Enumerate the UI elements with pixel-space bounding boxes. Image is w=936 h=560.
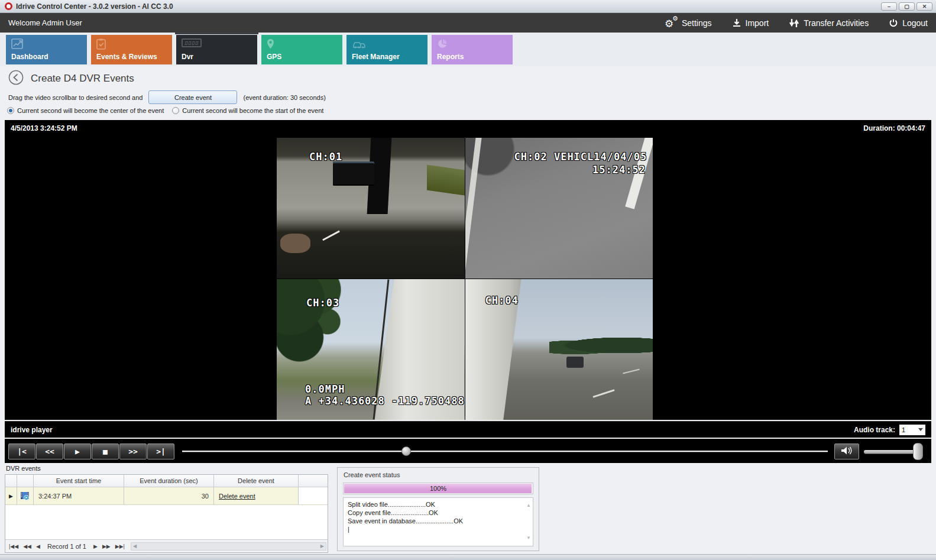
dvr-events-table: Event start time Event duration (sec) De… xyxy=(5,474,328,553)
event-duration-cell: 30 xyxy=(124,487,214,504)
transfer-label: Transfer Activities xyxy=(804,18,869,28)
tab-reports-label: Reports xyxy=(437,53,464,61)
tab-gps-label: GPS xyxy=(267,53,281,61)
header-event-start-time[interactable]: Event start time xyxy=(34,475,124,487)
skip-start-button[interactable]: |< xyxy=(8,444,35,459)
close-button[interactable]: ✕ xyxy=(916,2,932,11)
transfer-activities-button[interactable]: Transfer Activities xyxy=(789,18,869,28)
log-scroll-down-icon[interactable]: ▼ xyxy=(526,534,531,542)
settings-button[interactable]: ⚙ ⚙ Settings xyxy=(665,17,712,29)
import-icon xyxy=(732,18,741,28)
tab-fleet-manager[interactable]: Fleet Manager xyxy=(346,35,427,64)
log-scroll-up-icon[interactable]: ▲ xyxy=(526,501,531,510)
import-label: Import xyxy=(746,18,769,28)
header-event-duration[interactable]: Event duration (sec) xyxy=(124,475,214,487)
header-icon-col xyxy=(17,475,34,487)
video-info-bar: 4/5/2013 3:24:52 PM Duration: 00:04:47 xyxy=(5,120,931,137)
power-icon xyxy=(889,18,898,28)
rewind-button[interactable]: << xyxy=(36,444,63,459)
speaker-button[interactable] xyxy=(834,444,859,459)
location-pin-icon xyxy=(267,38,337,50)
tab-dvr[interactable]: Dvr xyxy=(176,35,257,64)
volume-slider[interactable] xyxy=(864,444,923,459)
radio-group: Current second will become the center of… xyxy=(7,107,323,114)
status-panel-title: Create event status xyxy=(338,468,539,478)
chevron-down-icon xyxy=(918,428,923,431)
playback-controls-bar: |< << ▶ ■ >> >| xyxy=(5,438,931,463)
event-start-time-cell: 3:24:37 PM xyxy=(34,487,124,504)
clipboard-check-icon xyxy=(96,38,167,50)
window-bottom-border xyxy=(0,554,936,560)
tab-dashboard-label: Dashboard xyxy=(11,53,48,61)
video-datetime: 4/5/2013 3:24:52 PM xyxy=(11,124,77,132)
tab-dvr-label: Dvr xyxy=(182,53,193,61)
delete-event-link[interactable]: Delete event xyxy=(219,493,255,500)
scroll-right-icon[interactable]: ▶ xyxy=(320,543,324,549)
table-horizontal-scrollbar[interactable]: ◀ ▶ xyxy=(131,542,326,551)
channel-4-label: CH:04 xyxy=(485,294,519,306)
welcome-text: Welcome Admin User xyxy=(8,18,82,27)
logout-label: Logout xyxy=(902,18,928,28)
scroll-left-icon[interactable]: ◀ xyxy=(133,543,137,549)
window-controls: – ▢ ✕ xyxy=(881,2,932,11)
transfer-icon xyxy=(789,18,799,28)
channel-2-label: CH:02 VEHICL14/04/05 xyxy=(514,151,647,163)
dvr-events-label: DVR events xyxy=(6,465,41,472)
table-header-row: Event start time Event duration (sec) De… xyxy=(5,475,328,487)
volume-thumb[interactable] xyxy=(913,443,923,460)
instruction-suffix: (event duration: 30 seconds) xyxy=(243,94,325,101)
top-bar: Welcome Admin User ⚙ ⚙ Settings Import T xyxy=(0,13,936,33)
audio-track-value: 1 xyxy=(902,426,905,433)
tab-events-reviews[interactable]: Events & Reviews xyxy=(91,35,172,64)
create-event-button[interactable]: Create event xyxy=(148,90,237,104)
video-channel-3: CH:03 0.0MPH A +34.436028 -119.750488 xyxy=(277,279,465,420)
audio-track-label: Audio track: xyxy=(854,426,895,434)
log-cursor: | xyxy=(348,525,523,533)
vehicles-icon xyxy=(352,38,422,50)
radio-start-of-event[interactable]: Current second will become the start of … xyxy=(172,107,323,114)
back-button[interactable] xyxy=(8,70,24,88)
quad-video-grid[interactable]: CH:01 CH:02 VEHICL14/04/05 15:24:52 CH:0… xyxy=(277,138,653,420)
stop-button[interactable]: ■ xyxy=(92,444,119,459)
radio-start-label: Current second will become the start of … xyxy=(182,107,323,114)
play-button[interactable]: ▶ xyxy=(64,444,91,459)
tab-reports[interactable]: Reports xyxy=(432,35,513,64)
instruction-prefix: Drag the video scrollbar to desired seco… xyxy=(8,94,142,101)
tab-strip: Dashboard Events & Reviews Dvr GPS Fl xyxy=(0,33,936,66)
tab-dashboard[interactable]: Dashboard xyxy=(6,35,87,64)
channel-2-time: 15:24:52 xyxy=(592,164,646,176)
minimize-button[interactable]: – xyxy=(881,2,897,11)
table-pager: |◀◀ ◀◀ ◀ Record 1 of 1 ▶ ▶▶ ▶▶| ◀ ▶ xyxy=(5,539,328,552)
video-channel-2: CH:02 VEHICL14/04/05 15:24:52 xyxy=(465,138,653,279)
speaker-icon xyxy=(840,446,853,458)
status-log[interactable]: Split video file.....................OK … xyxy=(343,497,533,546)
tab-gps[interactable]: GPS xyxy=(261,35,342,64)
header-filler-col xyxy=(299,475,328,487)
logout-button[interactable]: Logout xyxy=(889,18,928,28)
app-logo-icon xyxy=(5,2,12,10)
radio-unselected-icon xyxy=(172,107,179,114)
import-button[interactable]: Import xyxy=(732,18,769,28)
row-selector-icon: ▶ xyxy=(9,493,13,499)
speed-overlay: 0.0MPH xyxy=(305,383,345,395)
table-row[interactable]: ▶ 3:24:37 PM 30 Delete event xyxy=(5,487,328,505)
audio-track-control: Audio track: 1 xyxy=(854,425,925,435)
radio-center-of-event[interactable]: Current second will become the center of… xyxy=(7,107,164,114)
seek-slider[interactable] xyxy=(182,439,828,464)
header-delete-event[interactable]: Delete event xyxy=(214,475,299,487)
radio-selected-icon xyxy=(7,107,14,114)
seek-track[interactable] xyxy=(182,451,828,452)
audio-track-select[interactable]: 1 xyxy=(899,425,925,435)
pager-prev-icon[interactable]: ◀ xyxy=(36,543,40,549)
fast-forward-button[interactable]: >> xyxy=(119,444,147,459)
pager-next-icon[interactable]: ▶ xyxy=(93,543,98,549)
video-duration: Duration: 00:04:47 xyxy=(863,124,925,132)
pager-next-page-icon[interactable]: ▶▶ xyxy=(102,543,111,549)
skip-end-button[interactable]: >| xyxy=(147,444,174,459)
pager-prev-page-icon[interactable]: ◀◀ xyxy=(23,543,31,549)
maximize-button[interactable]: ▢ xyxy=(899,2,915,11)
pager-first-icon[interactable]: |◀◀ xyxy=(9,543,18,549)
seek-thumb[interactable] xyxy=(401,446,411,456)
page-title: Create D4 DVR Events xyxy=(31,73,134,85)
pager-last-icon[interactable]: ▶▶| xyxy=(115,543,125,549)
